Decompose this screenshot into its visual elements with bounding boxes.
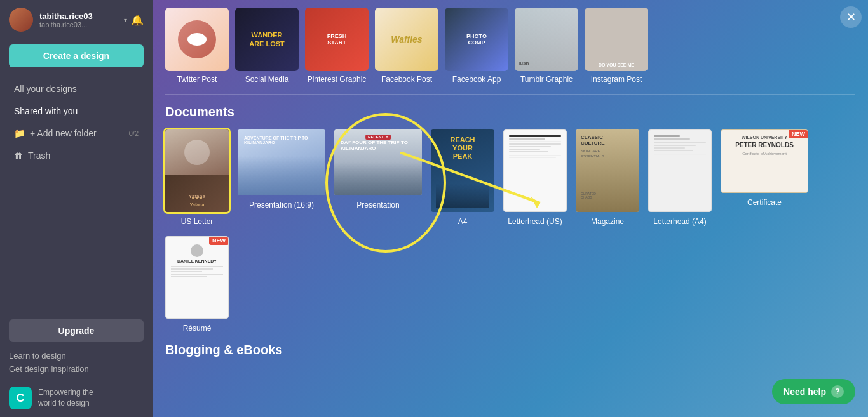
social-media-label: Social Media <box>245 75 289 84</box>
documents-title: Documents <box>165 105 855 119</box>
presentation-thumb[interactable]: RECENTLY DAY FOUR OF THE TRIP TOKILIMANJ… <box>334 129 422 195</box>
dropdown-icon[interactable]: ▾ <box>124 17 127 23</box>
pinterest-label: Pinterest Graphic <box>308 75 367 84</box>
a4-thumb[interactable]: REACHYOURPEAK <box>431 129 494 212</box>
twitter-post-thumb[interactable] <box>165 8 229 71</box>
tumblr-thumb[interactable]: lush <box>515 8 578 71</box>
template-item-facebook-app[interactable]: PHOTOCOMP Facebook App <box>445 8 508 84</box>
letterhead-a4-thumb[interactable] <box>648 129 712 212</box>
card-us-letter[interactable]: Yafana US Letter <box>165 129 229 226</box>
social-media-thumb[interactable]: WANDERARE LOST <box>235 8 299 71</box>
header-icons: ▾ 🔔 <box>124 14 144 26</box>
get-design-inspiration-link[interactable]: Get design inspiration <box>9 364 144 374</box>
upgrade-button[interactable]: Upgrade <box>9 319 144 342</box>
presentation-label: Presentation <box>356 201 399 209</box>
sidebar: tabitha.rice03 tabitha.rice03... ▾ 🔔 Cre… <box>0 0 153 417</box>
user-info: tabitha.rice03 tabitha.rice03... <box>39 11 118 29</box>
card-resume[interactable]: NEW DANIEL KENNEDY Résu <box>165 236 229 333</box>
template-item-tumblr[interactable]: lush Tumblr Graphic <box>515 8 578 84</box>
username: tabitha.rice03 <box>39 11 118 21</box>
template-item-instagram[interactable]: DO YOU SEE ME Instagram Post <box>585 8 648 84</box>
card-a4[interactable]: REACHYOURPEAK A4 <box>431 129 494 226</box>
card-certificate[interactable]: NEW WILSON UNIVERSITY PETER REYNOLDS Cer… <box>721 129 808 226</box>
add-folder-label: + Add new folder <box>30 128 97 138</box>
scrollable-content: ✕ Twitter Post WANDERARE LOST Social Med… <box>153 0 868 417</box>
blogging-title: Blogging & eBooks <box>165 343 855 357</box>
sidebar-item-trash[interactable]: 🗑 Trash <box>4 145 149 166</box>
letterhead-us-thumb[interactable] <box>503 129 567 212</box>
sidebar-nav: All your designs Shared with you 📁 + Add… <box>0 77 153 312</box>
certificate-thumb[interactable]: NEW WILSON UNIVERSITY PETER REYNOLDS Cer… <box>721 129 808 193</box>
us-letter-label: US Letter <box>181 217 214 226</box>
blogging-section: Blogging & eBooks <box>153 343 868 380</box>
letterhead-a4-label: Letterhead (A4) <box>653 217 706 226</box>
social-templates-row: Twitter Post WANDERARE LOST Social Media… <box>153 0 868 94</box>
template-item-twitter[interactable]: Twitter Post <box>165 8 229 84</box>
documents-cards-grid-row2: NEW DANIEL KENNEDY Résu <box>165 236 855 333</box>
canva-branding: C Empowering theworld to design <box>0 381 153 417</box>
sidebar-bottom: Upgrade Learn to design Get design inspi… <box>0 312 153 381</box>
need-help-label: Need help <box>783 387 826 397</box>
letterhead-us-label: Letterhead (US) <box>508 217 562 226</box>
card-magazine[interactable]: CLASSICCULTURE SKINCAREESSENTIALS CURATE… <box>576 129 639 226</box>
sidebar-links: Learn to design Get design inspiration <box>9 351 144 374</box>
pinterest-thumb[interactable]: FRESHSTART <box>305 8 369 71</box>
documents-section: Documents Yafana U <box>153 95 868 343</box>
magazine-thumb[interactable]: CLASSICCULTURE SKINCAREESSENTIALS CURATE… <box>576 129 639 212</box>
resume-label: Résumé <box>183 324 212 333</box>
sidebar-header: tabitha.rice03 tabitha.rice03... ▾ 🔔 <box>0 0 153 39</box>
facebook-app-label: Facebook App <box>452 75 501 84</box>
help-icon: ? <box>831 385 844 398</box>
facebook-app-thumb[interactable]: PHOTOCOMP <box>445 8 508 71</box>
need-help-button[interactable]: Need help ? <box>772 379 855 404</box>
facebook-post-label: Facebook Post <box>381 75 432 84</box>
documents-cards-grid: Yafana US Letter ADVENTURE OF THE TRIP T… <box>165 129 855 226</box>
card-letterhead-us[interactable]: Letterhead (US) <box>503 129 567 226</box>
tumblr-label: Tumblr Graphic <box>520 75 573 84</box>
presentation-16-9-thumb[interactable]: ADVENTURE OF THE TRIP TOKILIMANJARO <box>238 129 325 195</box>
twitter-post-label: Twitter Post <box>177 75 217 84</box>
sidebar-item-add-folder[interactable]: 📁 + Add new folder 0/2 <box>4 122 149 144</box>
template-item-social-media[interactable]: WANDERARE LOST Social Media <box>235 8 299 84</box>
canva-logo: C <box>9 387 32 409</box>
canva-tagline: Empowering theworld to design <box>38 387 93 409</box>
card-letterhead-a4[interactable]: Letterhead (A4) <box>648 129 712 226</box>
close-icon: ✕ <box>846 10 856 24</box>
a4-label: A4 <box>458 217 468 226</box>
create-design-button[interactable]: Create a design <box>9 44 144 67</box>
instagram-thumb[interactable]: DO YOU SEE ME <box>585 8 648 71</box>
folder-count: 0/2 <box>129 129 139 137</box>
resume-thumb[interactable]: NEW DANIEL KENNEDY <box>165 236 229 319</box>
resume-new-badge: NEW <box>209 236 229 245</box>
certificate-label: Certificate <box>747 198 782 207</box>
card-presentation[interactable]: RECENTLY DAY FOUR OF THE TRIP TOKILIMANJ… <box>334 129 422 226</box>
notification-bell-icon[interactable]: 🔔 <box>131 14 144 26</box>
sidebar-item-shared[interactable]: Shared with you <box>4 100 149 122</box>
template-item-facebook-post[interactable]: Waffles Facebook Post <box>375 8 438 84</box>
learn-to-design-link[interactable]: Learn to design <box>9 351 144 361</box>
user-email: tabitha.rice03... <box>39 21 118 29</box>
avatar[interactable] <box>9 8 33 32</box>
trash-icon: 🗑 <box>14 150 23 161</box>
trash-label: Trash <box>28 150 50 161</box>
close-button[interactable]: ✕ <box>840 6 862 28</box>
sidebar-item-all-designs[interactable]: All your designs <box>4 78 149 100</box>
facebook-post-thumb[interactable]: Waffles <box>375 8 438 71</box>
magazine-label: Magazine <box>591 217 624 226</box>
presentation-16-9-label: Presentation (16:9) <box>249 201 314 209</box>
card-presentation-16-9[interactable]: ADVENTURE OF THE TRIP TOKILIMANJARO Pres… <box>238 129 325 226</box>
instagram-label: Instagram Post <box>591 75 642 84</box>
folder-icon: 📁 <box>14 128 25 138</box>
certificate-new-badge: NEW <box>789 129 808 138</box>
us-letter-thumb[interactable]: Yafana <box>165 129 229 212</box>
main-content: ✕ Twitter Post WANDERARE LOST Social Med… <box>153 0 868 417</box>
template-item-pinterest[interactable]: FRESHSTART Pinterest Graphic <box>305 8 369 84</box>
